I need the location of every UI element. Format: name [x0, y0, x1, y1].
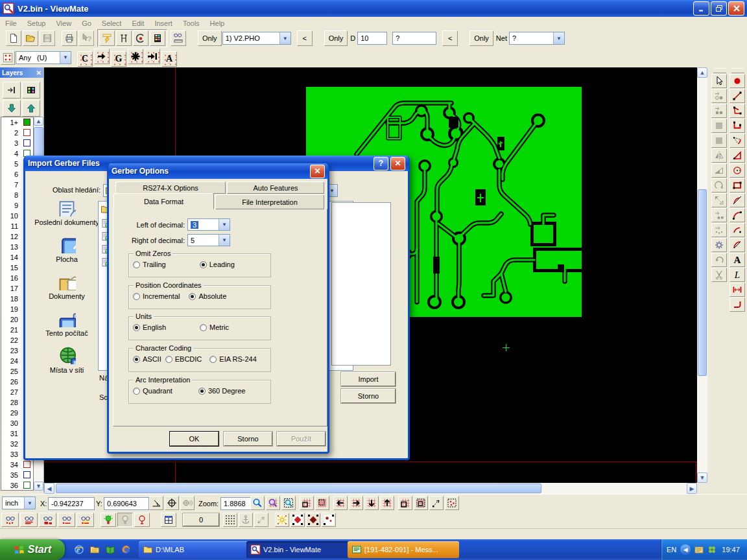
option-english[interactable]: English — [133, 323, 166, 331]
print-button[interactable] — [62, 30, 77, 46]
tab-auto-features[interactable]: Auto Features — [227, 181, 324, 194]
jump-arrow-button[interactable] — [94, 49, 110, 64]
rotate-button[interactable] — [711, 178, 727, 192]
close-button[interactable] — [728, 1, 744, 16]
menu-item-tools[interactable]: Tools — [178, 18, 205, 29]
mirror-button[interactable] — [711, 148, 727, 163]
move-points-button[interactable] — [711, 223, 727, 237]
prev-dcode-button[interactable]: < — [442, 30, 458, 46]
option-trailing[interactable]: Trailing — [133, 261, 166, 268]
language-indicator[interactable]: EN — [667, 546, 676, 554]
context-help-button[interactable]: ? — [78, 30, 94, 46]
draw-rectangle-button[interactable] — [729, 178, 745, 192]
option-ebcdic[interactable]: EBCDIC — [165, 355, 202, 363]
draw-arc-chord-button[interactable] — [729, 193, 745, 207]
grid-dense-button[interactable] — [315, 496, 329, 510]
menu-item-select[interactable]: Select — [97, 18, 127, 29]
radio-metric[interactable] — [200, 324, 207, 331]
chevron-down-icon[interactable]: ▼ — [24, 497, 35, 509]
firefox-button[interactable] — [118, 542, 134, 557]
place-dokumenty[interactable]: Dokumenty — [32, 272, 102, 300]
ok-button[interactable]: OK — [170, 432, 219, 446]
title-bar[interactable]: V2.bin - ViewMate — [0, 0, 747, 17]
scroll-down-button[interactable]: ▼ — [697, 472, 707, 483]
origin-waves-button[interactable] — [180, 496, 195, 510]
task-v2-bin-viewmate[interactable]: V2.bin - ViewMate — [246, 541, 351, 558]
anchor-button[interactable] — [239, 513, 253, 527]
undo-button[interactable] — [711, 253, 727, 267]
layer-row-3[interactable]: 3 — [1, 138, 33, 148]
chevron-down-icon[interactable]: ▼ — [219, 219, 230, 230]
layer-row-34[interactable]: 34 — [1, 460, 33, 470]
block-b-button[interactable] — [711, 134, 727, 148]
letter-A-button[interactable]: A — [161, 51, 177, 67]
grid-toggle-button[interactable] — [300, 496, 314, 510]
layers-scroll-down-button[interactable]: ▼ — [34, 482, 43, 491]
pan-left-button[interactable] — [333, 496, 348, 510]
gerber-dialog-titlebar[interactable]: Gerber Options ✕ — [108, 163, 328, 179]
dcode-input[interactable]: 10 — [357, 32, 387, 45]
draw-arc-diagonal-button[interactable] — [729, 238, 745, 252]
task-d-mlab[interactable]: D:\MLAB — [139, 541, 250, 558]
inspect-button[interactable] — [171, 30, 186, 46]
zoom-value[interactable]: 1.8868 — [220, 497, 253, 510]
draw-line-button[interactable] — [729, 89, 745, 103]
only-net-button[interactable]: Only — [469, 30, 493, 46]
gerber-cancel-button[interactable]: Storno — [224, 432, 272, 446]
place-posledn-dokumenty[interactable]: Poslední dokumenty — [32, 198, 102, 226]
tab-rs274-x-options[interactable]: RS274-X Options — [115, 181, 226, 194]
radio-absolute[interactable] — [189, 293, 196, 300]
only-layer-button[interactable]: Only — [198, 30, 222, 46]
radio-ebcdic[interactable] — [165, 356, 172, 363]
grid-points-button[interactable] — [223, 513, 237, 527]
zoom-grid-button[interactable] — [266, 496, 280, 510]
pattern-dots-button[interactable] — [322, 513, 336, 527]
layers-scroll-up-button[interactable]: ▲ — [34, 117, 43, 126]
radio-english[interactable] — [133, 324, 140, 331]
film-view-button[interactable] — [150, 30, 165, 46]
toolbar-grip[interactable] — [731, 68, 744, 73]
draw-triangle-button[interactable] — [729, 148, 745, 163]
file-explorer-button[interactable] — [87, 542, 102, 557]
scroll-right-button[interactable]: ▶ — [687, 483, 697, 494]
unit-combo[interactable]: inch ▼ — [2, 496, 36, 509]
radio-leading[interactable] — [200, 261, 207, 268]
chevron-down-icon[interactable]: ▼ — [553, 32, 564, 44]
block-a-button[interactable] — [711, 119, 727, 133]
dialog-close-button[interactable]: ✕ — [390, 157, 405, 170]
radio-trailing[interactable] — [133, 261, 140, 268]
place-m-sta-v-s-ti[interactable]: Místa v síti — [32, 346, 102, 374]
scale-button[interactable] — [711, 193, 727, 207]
angle-tool-button[interactable] — [149, 496, 163, 510]
only-dcode-button[interactable]: Only — [324, 30, 348, 46]
restore-button[interactable] — [711, 1, 727, 16]
tab-data-format[interactable]: Data Format — [113, 193, 214, 209]
start-button[interactable]: Start — [0, 539, 65, 560]
hscroll-thumb[interactable] — [56, 484, 541, 493]
toolbar-grip[interactable] — [713, 68, 726, 73]
close-icon[interactable]: ✕ — [36, 69, 42, 76]
radio-eia-rs-244[interactable] — [209, 356, 217, 363]
dialog-help-button[interactable]: ? — [374, 157, 388, 170]
left-of-decimal-combo[interactable]: 3 ▼ — [187, 218, 230, 231]
draw-arc-small-button[interactable] — [729, 223, 745, 237]
net-combo[interactable]: ? ▼ — [509, 32, 565, 45]
dialog-close-button[interactable]: ✕ — [310, 165, 325, 178]
view-line-dot-button[interactable] — [58, 513, 75, 527]
stretch-button[interactable] — [711, 163, 727, 178]
menu-item-view[interactable]: View — [51, 18, 77, 29]
goto-arrow-button[interactable] — [145, 49, 160, 64]
lamp-off-button[interactable] — [117, 513, 133, 527]
select-move-dots-button[interactable] — [711, 104, 727, 118]
book-button[interactable] — [102, 542, 118, 557]
place-plocha[interactable]: Plocha — [32, 235, 102, 263]
pan-down-button[interactable] — [364, 496, 379, 510]
layer-row-2[interactable]: 2 — [1, 128, 33, 138]
layer-down-button[interactable] — [3, 100, 21, 117]
letter-C-button[interactable]: C — [77, 51, 93, 67]
menu-item-help[interactable]: Help — [205, 18, 230, 29]
flash-view-button[interactable] — [99, 30, 115, 46]
window-pane-button[interactable] — [161, 513, 176, 527]
view-lines-button[interactable] — [20, 513, 38, 527]
star-button[interactable] — [128, 49, 143, 64]
